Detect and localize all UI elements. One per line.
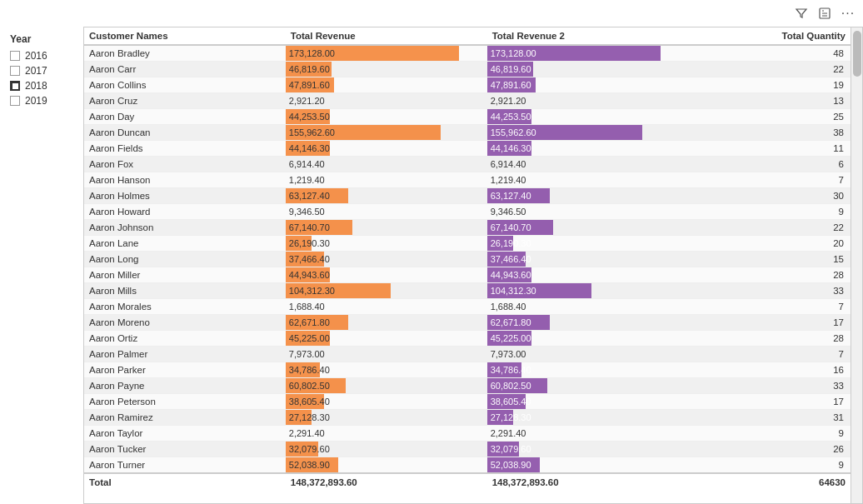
toolbar: ··· — [0, 0, 863, 27]
cell-customer: Aaron Ortiz — [84, 331, 286, 347]
checkbox-2018[interactable] — [10, 81, 20, 91]
cell-quantity: 38 — [688, 125, 851, 141]
cell-quantity: 19 — [688, 77, 851, 93]
table-row: Aaron Mills 104,312.30 104,312.30 33 — [84, 283, 851, 299]
cell-revenue2: 52,038.90 — [487, 457, 689, 474]
filter-icon[interactable] — [793, 5, 810, 22]
cell-customer: Aaron Johnson — [84, 220, 286, 236]
cell-revenue2: 63,127.40 — [487, 188, 689, 204]
cell-quantity: 28 — [688, 331, 851, 347]
table-row: Aaron Tucker 32,079.60 32,079.60 26 — [84, 442, 851, 457]
checkbox-2016[interactable] — [10, 51, 20, 61]
cell-revenue2: 6,914.40 — [487, 157, 689, 172]
cell-customer: Aaron Morales — [84, 299, 286, 315]
cell-revenue: 173,128.00 — [286, 45, 487, 62]
footer-quantity: 64630 — [688, 473, 851, 491]
cell-quantity: 31 — [688, 410, 851, 426]
table-row: Aaron Duncan 155,962.60 155,962.60 38 — [84, 125, 851, 141]
cell-revenue: 27,128.30 — [286, 410, 487, 426]
scrollbar[interactable] — [851, 27, 862, 503]
checkbox-2017[interactable] — [10, 66, 20, 76]
sidebar-item-2019[interactable]: 2019 — [10, 95, 73, 107]
cell-customer: Aaron Miller — [84, 267, 286, 283]
more-options-icon[interactable]: ··· — [840, 5, 856, 22]
cell-revenue: 46,819.60 — [286, 62, 487, 77]
cell-customer: Aaron Tucker — [84, 442, 286, 457]
cell-revenue: 155,962.60 — [286, 125, 487, 141]
cell-revenue: 52,038.90 — [286, 457, 487, 474]
table-row: Aaron Miller 44,943.60 44,943.60 28 — [84, 267, 851, 283]
table-row: Aaron Palmer 7,973.00 7,973.00 7 — [84, 347, 851, 362]
cell-revenue: 38,605.40 — [286, 394, 487, 410]
sidebar-item-2017[interactable]: 2017 — [10, 65, 73, 77]
sidebar-item-2018[interactable]: 2018 — [10, 80, 73, 92]
cell-revenue2: 47,891.60 — [487, 77, 689, 93]
table-row: Aaron Day 44,253.50 44,253.50 25 — [84, 109, 851, 125]
cell-revenue: 67,140.70 — [286, 220, 487, 236]
col-header-quantity: Total Quantity — [688, 27, 851, 45]
cell-customer: Aaron Duncan — [84, 125, 286, 141]
cell-customer: Aaron Howard — [84, 204, 286, 220]
table-row: Aaron Taylor 2,291.40 2,291.40 9 — [84, 426, 851, 442]
footer-row: Total 148,372,893.60 148,372,893.60 6463… — [84, 473, 851, 491]
table-row: Aaron Collins 47,891.60 47,891.60 19 — [84, 77, 851, 93]
cell-customer: Aaron Ramirez — [84, 410, 286, 426]
sidebar: Year 2016 2017 2018 2019 — [0, 27, 83, 504]
cell-revenue: 104,312.30 — [286, 283, 487, 299]
expand-icon[interactable] — [816, 5, 833, 22]
checkbox-2019[interactable] — [10, 96, 20, 106]
cell-customer: Aaron Turner — [84, 457, 286, 474]
cell-revenue2: 1,688.40 — [487, 299, 689, 315]
cell-customer: Aaron Moreno — [84, 315, 286, 331]
cell-quantity: 20 — [688, 236, 851, 252]
cell-revenue2: 67,140.70 — [487, 220, 689, 236]
cell-revenue2: 38,605.40 — [487, 394, 689, 410]
cell-revenue: 7,973.00 — [286, 347, 487, 362]
cell-revenue: 45,225.00 — [286, 331, 487, 347]
cell-quantity: 22 — [688, 62, 851, 77]
cell-revenue: 6,914.40 — [286, 157, 487, 172]
table-area: Customer Names Total Revenue Total Reven… — [83, 27, 863, 504]
cell-revenue2: 37,466.40 — [487, 252, 689, 267]
year-2019: 2019 — [25, 95, 47, 107]
cell-customer: Aaron Fox — [84, 157, 286, 172]
year-label: Year — [10, 33, 73, 45]
table-row: Aaron Moreno 62,671.80 62,671.80 17 — [84, 315, 851, 331]
cell-customer: Aaron Mills — [84, 283, 286, 299]
cell-revenue: 62,671.80 — [286, 315, 487, 331]
table-row: Aaron Payne 60,802.50 60,802.50 33 — [84, 378, 851, 394]
table-scroll[interactable]: Customer Names Total Revenue Total Reven… — [84, 27, 851, 503]
cell-revenue2: 2,291.40 — [487, 426, 689, 442]
cell-revenue2: 155,962.60 — [487, 125, 689, 141]
cell-quantity: 15 — [688, 252, 851, 267]
cell-revenue2: 62,671.80 — [487, 315, 689, 331]
year-2016: 2016 — [25, 50, 47, 62]
table-row: Aaron Carr 46,819.60 46,819.60 22 — [84, 62, 851, 77]
table-row: Aaron Howard 9,346.50 9,346.50 9 — [84, 204, 851, 220]
cell-customer: Aaron Day — [84, 109, 286, 125]
cell-revenue: 32,079.60 — [286, 442, 487, 457]
cell-revenue: 26,190.30 — [286, 236, 487, 252]
cell-revenue2: 60,802.50 — [487, 378, 689, 394]
cell-quantity: 7 — [688, 347, 851, 362]
table-row: Aaron Holmes 63,127.40 63,127.40 30 — [84, 188, 851, 204]
col-header-customer: Customer Names — [84, 27, 286, 45]
sidebar-item-2016[interactable]: 2016 — [10, 50, 73, 62]
cell-quantity: 17 — [688, 394, 851, 410]
table-row: Aaron Johnson 67,140.70 67,140.70 22 — [84, 220, 851, 236]
cell-revenue: 34,786.40 — [286, 362, 487, 378]
cell-quantity: 17 — [688, 315, 851, 331]
cell-quantity: 48 — [688, 45, 851, 62]
cell-revenue: 1,688.40 — [286, 299, 487, 315]
year-2017: 2017 — [25, 65, 47, 77]
table-row: Aaron Fox 6,914.40 6,914.40 6 — [84, 157, 851, 172]
cell-revenue: 60,802.50 — [286, 378, 487, 394]
year-2018: 2018 — [25, 80, 47, 92]
cell-revenue: 2,291.40 — [286, 426, 487, 442]
cell-quantity: 16 — [688, 362, 851, 378]
cell-quantity: 30 — [688, 188, 851, 204]
cell-quantity: 13 — [688, 93, 851, 109]
scrollbar-thumb[interactable] — [853, 31, 861, 77]
cell-quantity: 9 — [688, 426, 851, 442]
cell-revenue2: 44,943.60 — [487, 267, 689, 283]
